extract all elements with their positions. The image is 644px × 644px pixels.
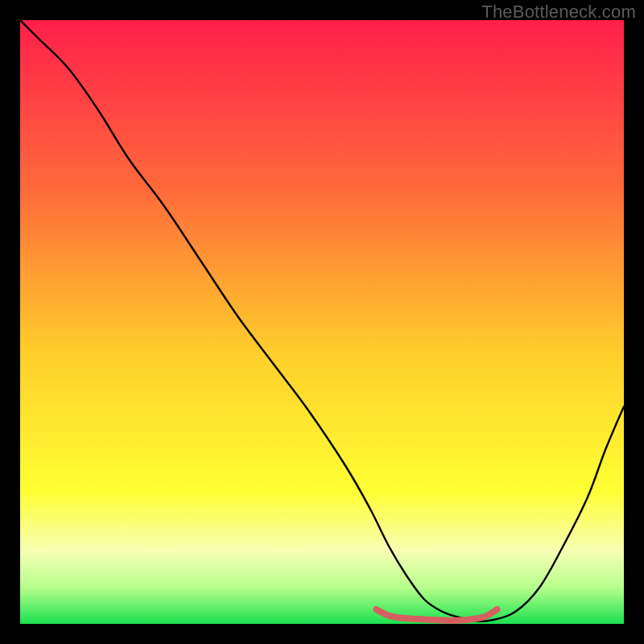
- chart-background: [20, 20, 624, 624]
- chart-plot: [20, 20, 624, 624]
- chart-wrap: TheBottleneck.com: [0, 0, 644, 644]
- chart-svg: [20, 20, 624, 624]
- watermark: TheBottleneck.com: [481, 2, 636, 23]
